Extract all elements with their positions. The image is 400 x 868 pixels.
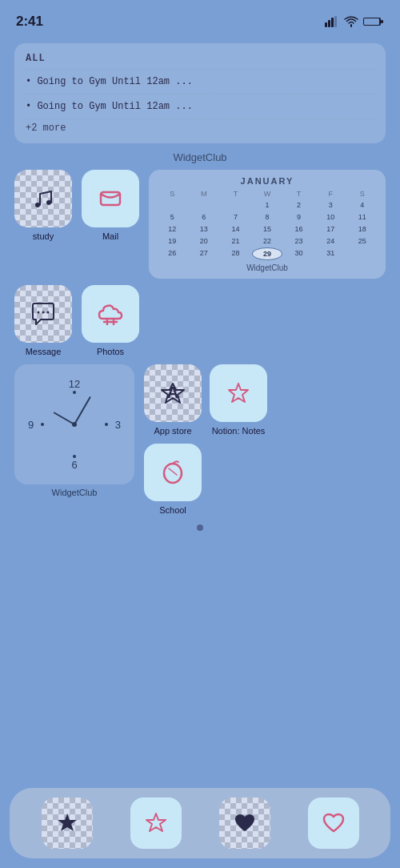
signal-icon <box>325 16 339 27</box>
dock-star-checker-bg <box>42 798 93 849</box>
svg-point-10 <box>38 311 40 314</box>
clock-minute-hand <box>74 396 91 425</box>
appstore-icon-bg: A <box>144 364 202 422</box>
cal-header-t1: T <box>220 189 251 199</box>
cal-header-m: M <box>189 189 220 199</box>
right-icons-grid: A App store Notion: Notes <box>144 364 267 515</box>
star-outline-icon <box>222 377 254 409</box>
svg-rect-0 <box>325 22 327 27</box>
reminder-divider-2 <box>26 94 374 94</box>
mail-icon <box>94 183 126 215</box>
calendar-month: JANUARY <box>157 176 378 186</box>
clock-dot-top <box>73 391 76 394</box>
clock-6: 6 <box>71 459 77 471</box>
page-dot-active <box>197 524 203 531</box>
cloud-icon <box>93 296 128 332</box>
dock-star-outline-icon <box>142 809 170 838</box>
app-message[interactable]: Message <box>14 285 72 356</box>
clock-3: 3 <box>115 419 121 431</box>
reminder-divider-1 <box>26 69 374 70</box>
calendar-widgetclub-label: WidgetClub <box>157 263 378 272</box>
right-icons-row-2: School <box>144 444 267 515</box>
calendar-widget: JANUARY S M T W T F S 1 2 3 4 5 6 7 <box>149 170 386 279</box>
svg-rect-1 <box>328 20 330 27</box>
reminder-all-label: ALL <box>26 53 374 64</box>
cal-header-s2: S <box>346 189 378 199</box>
dock-star-filled-icon <box>53 809 82 838</box>
svg-rect-9 <box>101 192 120 205</box>
battery-icon <box>363 16 384 27</box>
reminder-more: +2 more <box>26 123 374 134</box>
dock-app-heart-checker[interactable] <box>219 798 270 849</box>
app-school[interactable]: School <box>144 444 202 515</box>
appstore-icon: A <box>157 377 189 409</box>
mail-icon-bg <box>82 170 139 227</box>
mail-label: Mail <box>102 231 118 241</box>
photos-icon-bg <box>82 285 139 343</box>
dock-app-star-outline[interactable] <box>130 798 182 849</box>
message-icon-bg <box>14 285 72 343</box>
photos-label: Photos <box>97 347 124 356</box>
cal-header-s1: S <box>157 189 188 199</box>
study-label: study <box>33 231 54 241</box>
calendar-grid: S M T W T F S 1 2 3 4 5 6 7 8 9 <box>157 189 378 260</box>
page-indicator <box>0 524 400 531</box>
right-icons-row-1: A App store Notion: Notes <box>144 364 267 436</box>
app-row-2: Message Photos <box>0 285 400 356</box>
appstore-label: App store <box>154 426 191 436</box>
app-appstore[interactable]: A App store <box>144 364 202 436</box>
music-icon <box>29 184 58 213</box>
dock <box>10 788 390 858</box>
widgetclub-header-label: WidgetClub <box>0 151 400 163</box>
wifi-icon <box>344 16 358 27</box>
svg-point-11 <box>42 311 45 314</box>
cal-header-f: F <box>315 189 346 199</box>
dock-heart-filled-icon <box>230 809 259 838</box>
svg-rect-6 <box>381 20 383 23</box>
reminder-widget: ALL • Going to Gym Until 12am ... • Goin… <box>14 43 386 143</box>
school-label: School <box>159 505 186 515</box>
app-row-1: study Mail JANUARY S M T W T F S <box>0 170 400 279</box>
message-label: Message <box>26 347 62 356</box>
svg-point-7 <box>35 203 40 207</box>
bottom-section: 12 3 6 9 WidgetClub <box>0 364 400 515</box>
clock-widgetclub-label: WidgetClub <box>52 488 98 497</box>
dock-star-outline-bg <box>130 798 182 849</box>
svg-point-14 <box>164 464 182 483</box>
clock-center-dot <box>72 422 77 427</box>
dock-heart-outline-bg <box>308 798 359 849</box>
svg-text:A: A <box>167 384 178 401</box>
app-notion[interactable]: Notion: Notes <box>210 364 267 436</box>
dock-app-star-checker[interactable] <box>42 798 93 849</box>
notion-label: Notion: Notes <box>212 426 266 436</box>
reminder-divider-3 <box>26 119 374 119</box>
status-bar: 2:41 <box>0 0 400 35</box>
app-mail[interactable]: Mail <box>82 170 139 279</box>
notion-icon-bg <box>210 364 267 422</box>
dock-heart-checker-bg <box>219 798 270 849</box>
clock-face: 12 3 6 9 <box>26 376 122 472</box>
message-icon <box>28 299 58 329</box>
app-photos[interactable]: Photos <box>82 285 139 356</box>
reminder-item-2: • Going to Gym Until 12am ... <box>26 98 374 115</box>
cal-header-t2: T <box>283 189 314 199</box>
study-icon-bg <box>14 170 72 227</box>
clock-dot-bottom <box>73 455 76 458</box>
app-study[interactable]: study <box>14 170 72 279</box>
school-icon-bg <box>144 444 202 501</box>
clock-widget: 12 3 6 9 <box>14 364 134 484</box>
cal-header-w: W <box>252 189 283 199</box>
svg-rect-2 <box>331 18 334 27</box>
clock-section: 12 3 6 9 WidgetClub <box>14 364 134 515</box>
svg-point-12 <box>47 311 50 314</box>
reminder-item-1: • Going to Gym Until 12am ... <box>26 73 374 90</box>
svg-point-8 <box>46 200 51 205</box>
dock-app-heart-outline[interactable] <box>308 798 359 849</box>
lemon-icon <box>156 456 190 489</box>
status-icons <box>325 16 384 27</box>
dock-heart-outline-icon <box>319 809 348 838</box>
clock-9: 9 <box>28 419 34 431</box>
clock-12: 12 <box>69 378 80 390</box>
clock-dot-right <box>105 423 108 426</box>
clock-dot-left <box>41 423 44 426</box>
